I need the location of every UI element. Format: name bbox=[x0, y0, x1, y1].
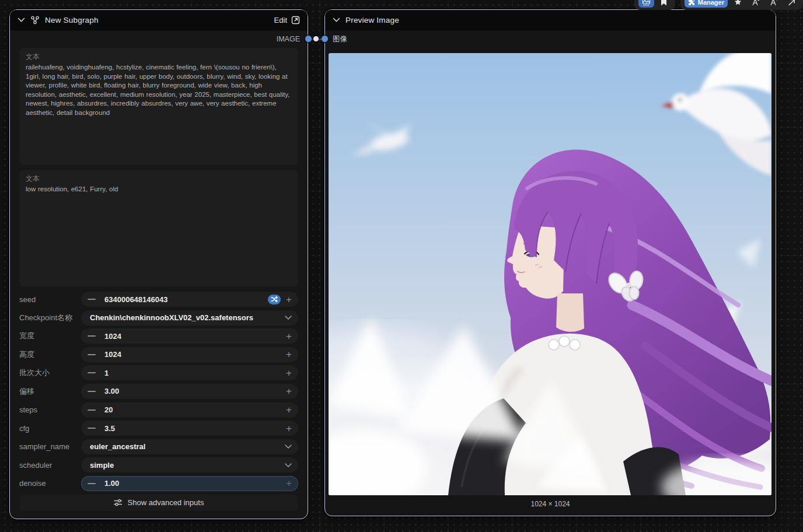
output-slot-image[interactable]: IMAGE bbox=[10, 30, 308, 48]
decrement-icon[interactable] bbox=[88, 410, 96, 411]
shift-value: 3.00 bbox=[104, 387, 119, 396]
chevron-down-icon bbox=[285, 444, 292, 449]
widget-row-checkpoint: Checkpoint名称 Chenkin\chenkinnoobXLV02_v0… bbox=[19, 310, 298, 326]
decrement-icon[interactable] bbox=[88, 372, 96, 373]
workflow-gallery-button[interactable] bbox=[638, 0, 654, 8]
positive-prompt-value: railehuafeng, voidinghuafeng, hcstylize,… bbox=[26, 63, 292, 117]
bookmark-button[interactable] bbox=[657, 0, 671, 8]
input-slot-image[interactable]: 图像 bbox=[325, 30, 776, 48]
batch-size-value: 1 bbox=[104, 369, 109, 377]
increment-icon[interactable]: + bbox=[286, 478, 292, 488]
generated-image-art bbox=[329, 53, 771, 495]
subgraph-icon bbox=[30, 16, 40, 24]
cfg-value: 3.5 bbox=[104, 424, 115, 433]
decrement-icon[interactable] bbox=[88, 354, 96, 355]
subgraph-node-header[interactable]: New Subgraph Edit bbox=[10, 10, 308, 30]
decrement-icon[interactable] bbox=[88, 428, 96, 429]
increment-icon[interactable]: + bbox=[286, 349, 292, 359]
widget-row-cfg: cfg 3.5 + bbox=[19, 421, 298, 436]
output-slot-label: IMAGE bbox=[277, 35, 300, 43]
preview-node-header[interactable]: Preview Image bbox=[325, 10, 776, 30]
widget-label: 批次大小 bbox=[19, 368, 81, 378]
collapse-chevron-icon[interactable] bbox=[18, 18, 25, 22]
preview-node-title: Preview Image bbox=[345, 16, 399, 24]
widget-row-sampler: sampler_name euler_ancestral bbox=[19, 439, 298, 454]
negative-prompt-value: low resolution, e621, Furry, old bbox=[26, 185, 292, 194]
decrement-icon[interactable] bbox=[88, 299, 96, 300]
text-widget-label: 文本 bbox=[26, 52, 292, 62]
share-arrow-icon bbox=[788, 0, 795, 6]
widget-label: denoise bbox=[19, 479, 81, 488]
image-input-dot[interactable] bbox=[322, 36, 328, 42]
denoise-value: 1.00 bbox=[104, 479, 119, 488]
width-input[interactable]: 1024 + bbox=[81, 328, 298, 344]
increment-icon[interactable]: + bbox=[286, 295, 292, 304]
widget-row-scheduler: scheduler simple bbox=[19, 457, 298, 473]
widget-label: steps bbox=[19, 405, 81, 414]
cfg-input[interactable]: 3.5 + bbox=[81, 421, 298, 436]
image-output-dot[interactable] bbox=[305, 36, 312, 42]
collapse-chevron-icon[interactable] bbox=[333, 18, 340, 22]
edit-subgraph-button[interactable]: Edit bbox=[274, 16, 300, 24]
increment-icon[interactable]: + bbox=[286, 331, 292, 341]
scheduler-select[interactable]: simple bbox=[81, 457, 298, 473]
increment-icon[interactable]: + bbox=[286, 405, 292, 415]
open-external-icon bbox=[291, 16, 300, 24]
widget-label: 偏移 bbox=[19, 386, 81, 397]
edit-label: Edit bbox=[274, 16, 287, 24]
show-advanced-inputs-button[interactable]: Show advanced inputs bbox=[19, 495, 298, 511]
widget-label: 高度 bbox=[19, 349, 81, 360]
positive-prompt-textarea[interactable]: 文本 railehuafeng, voidinghuafeng, hcstyli… bbox=[19, 48, 298, 164]
image-dimensions-caption: 1024 × 1024 bbox=[325, 500, 776, 508]
width-value: 1024 bbox=[104, 332, 121, 341]
widget-row-height: 高度 1024 + bbox=[19, 347, 298, 362]
translate-button-2[interactable] bbox=[766, 0, 781, 8]
widget-label: seed bbox=[19, 295, 81, 304]
increment-icon[interactable]: + bbox=[286, 424, 292, 433]
manager-button-label: Manager bbox=[698, 0, 724, 6]
increment-icon[interactable]: + bbox=[286, 386, 292, 396]
link-midpoint-dot[interactable] bbox=[313, 36, 319, 41]
height-input[interactable]: 1024 + bbox=[81, 347, 298, 362]
batch-size-input[interactable]: 1 + bbox=[81, 365, 298, 380]
manager-button[interactable]: Manager bbox=[685, 0, 728, 8]
sampler-value: euler_ancestral bbox=[90, 442, 145, 451]
widget-label: cfg bbox=[19, 424, 81, 433]
widget-row-denoise: denoise 1.00 + bbox=[19, 476, 298, 491]
negative-prompt-textarea[interactable]: 文本 low resolution, e621, Furry, old bbox=[19, 170, 298, 286]
seed-input[interactable]: 634000648146043 + bbox=[81, 292, 298, 307]
share-button[interactable] bbox=[784, 0, 799, 8]
widget-row-seed: seed 634000648146043 + bbox=[19, 292, 298, 307]
preview-image-node[interactable]: Preview Image 图像 bbox=[324, 9, 776, 516]
decrement-icon[interactable] bbox=[88, 335, 96, 337]
checkpoint-select[interactable]: Chenkin\chenkinnoobXLV02_v02.safetensors bbox=[81, 310, 298, 326]
widget-row-width: 宽度 1024 + bbox=[19, 328, 298, 344]
star-button[interactable] bbox=[731, 0, 745, 8]
shift-input[interactable]: 3.00 + bbox=[81, 384, 298, 399]
text-widget-label: 文本 bbox=[26, 174, 292, 184]
translate-icon-1 bbox=[752, 0, 760, 6]
seed-value: 634000648146043 bbox=[104, 295, 167, 304]
widget-label: scheduler bbox=[19, 461, 81, 470]
translate-button-1[interactable] bbox=[748, 0, 763, 8]
denoise-input[interactable]: 1.00 + bbox=[81, 476, 298, 491]
increment-icon[interactable]: + bbox=[286, 368, 292, 378]
puzzle-icon bbox=[688, 0, 695, 6]
checkpoint-value: Chenkin\chenkinnoobXLV02_v02.safetensors bbox=[90, 313, 253, 322]
scheduler-value: simple bbox=[90, 461, 114, 470]
preview-image[interactable] bbox=[329, 53, 771, 495]
widget-label: Checkpoint名称 bbox=[19, 313, 81, 323]
widget-row-batch-size: 批次大小 1 + bbox=[19, 365, 298, 380]
steps-input[interactable]: 20 + bbox=[81, 402, 298, 418]
star-icon bbox=[734, 0, 742, 6]
chevron-down-icon bbox=[285, 463, 292, 467]
sampler-select[interactable]: euler_ancestral bbox=[81, 439, 298, 454]
subgraph-node[interactable]: New Subgraph Edit IMAGE 文本 railehuafeng,… bbox=[9, 9, 308, 519]
randomize-seed-button[interactable] bbox=[268, 295, 281, 304]
steps-value: 20 bbox=[104, 405, 113, 414]
translate-icon-2 bbox=[770, 0, 778, 6]
bookmark-icon bbox=[661, 0, 667, 6]
decrement-icon[interactable] bbox=[88, 391, 96, 392]
top-toolbar: Manager bbox=[629, 0, 803, 10]
decrement-icon[interactable] bbox=[88, 483, 96, 484]
